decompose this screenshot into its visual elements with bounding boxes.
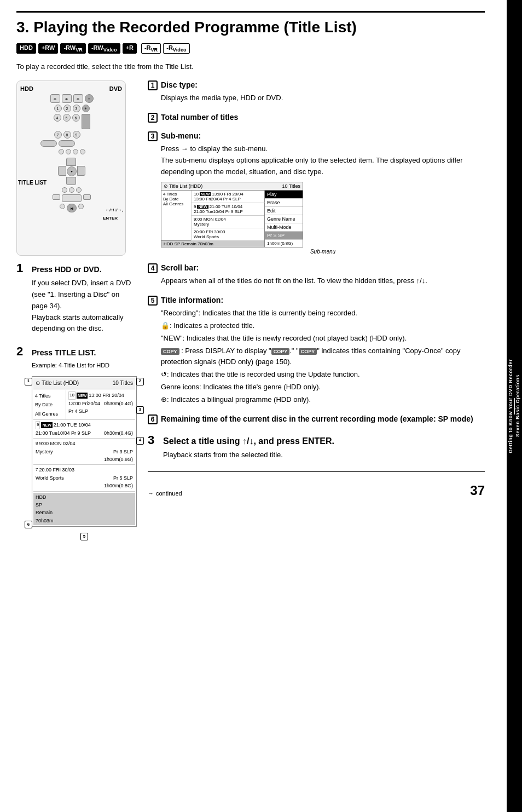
section-6: 6 Remaining time of the current disc in … bbox=[148, 414, 485, 424]
step-1-title: Press HDD or DVD. bbox=[32, 265, 102, 274]
tl-row-3: 8 9:00 MON 02/04 Mystery Pr 3 SLP 1h0 bbox=[33, 439, 135, 465]
section-4-number: 4 bbox=[148, 263, 158, 273]
title-list-table: ⊙ Title List (HDD) 10 Titles bbox=[32, 376, 137, 527]
step-3-number: 3 bbox=[148, 433, 159, 447]
step-2-title: Press TITLE LIST. bbox=[32, 348, 96, 357]
callout-2: 2 bbox=[136, 378, 144, 385]
tl-sidebar-item: By Date bbox=[35, 400, 64, 409]
tl-sidebar: 4 Titles By Date All Genres bbox=[33, 390, 66, 419]
step-1-body: If you select DVD, insert a DVD (see "1.… bbox=[32, 278, 137, 335]
remote-btn: ⊕ bbox=[50, 94, 60, 103]
remote-btn bbox=[73, 149, 78, 154]
section-6-title: Remaining time of the current disc in th… bbox=[161, 414, 473, 423]
remote-btn bbox=[83, 194, 91, 200]
section-4-body: Appears when all of the titles do not fi… bbox=[161, 275, 485, 287]
copy-badge-3: COPY bbox=[299, 348, 317, 355]
step-3-body: Playback starts from the selected title. bbox=[163, 450, 485, 461]
sm-sidebar-item: By Date bbox=[163, 197, 189, 201]
section-3-title: Sub-menu: bbox=[161, 131, 201, 140]
dpad-left[interactable] bbox=[58, 166, 66, 176]
sm-date: 21:00 TUE 10/04 bbox=[210, 204, 242, 209]
dpad[interactable]: ● bbox=[58, 158, 85, 185]
remote-btn bbox=[62, 187, 67, 193]
divider bbox=[148, 471, 485, 472]
remote-btn: 9 bbox=[73, 131, 80, 139]
entry-time: 1h00m(0.8G) bbox=[36, 482, 133, 489]
entry-details: 21:00 Tue10/04 Pr 9 SLP 0h30m(0.4G) bbox=[36, 429, 133, 437]
entry-date: 9:00 MON 02/04 bbox=[39, 440, 75, 447]
remote-btn bbox=[78, 204, 84, 209]
intro-text: To play a recorded title, select the tit… bbox=[16, 61, 485, 72]
tl-entry-4: 7 20:00 FRI 30/03 World Sports Pr 5 SLP bbox=[33, 465, 135, 491]
remote-btn bbox=[62, 194, 82, 202]
continued-text: continued bbox=[156, 490, 182, 497]
sm-footer: HDD SP Remain 70h03m bbox=[161, 241, 265, 247]
sm-sidebar-item: All Genres bbox=[163, 201, 189, 206]
entry-quality: Pr 3 SLP bbox=[113, 448, 133, 456]
remote-btn bbox=[53, 194, 60, 200]
section-6-number: 6 bbox=[148, 414, 158, 424]
entry-date2: 21:00 Tue10/04 Pr 9 SLP bbox=[36, 429, 91, 437]
sm-entry-2: 9 NEW 21:00 TUE 10/04 21:00 Tue10/04 Pr … bbox=[192, 203, 265, 216]
section-4-title: Scroll bar: bbox=[161, 263, 199, 272]
sm-date2: 13:00 Fri20/04 Pr 4 SLP bbox=[194, 197, 262, 201]
sm-menu-genrename: Genre Name bbox=[265, 215, 303, 223]
badge-rwvideo: -RWVideo bbox=[88, 43, 120, 54]
step-2-number: 2 bbox=[16, 344, 27, 359]
tl-entry-2: 9 NEW 21:00 TUE 10/04 21:00 Tue10/04 Pr … bbox=[33, 420, 135, 438]
dpad-right[interactable] bbox=[77, 166, 85, 176]
entry-num: 9 bbox=[36, 421, 40, 429]
callout-3: 3 bbox=[136, 406, 144, 414]
remote-btn: + bbox=[82, 105, 90, 112]
remote-btn: ⊕ bbox=[73, 94, 83, 103]
s5-bilingual: ⊕: Indicates a bilingual programme (HDD … bbox=[161, 394, 485, 406]
sm-entry-1: 10 NEW 13:00 FRI 20/04 13:00 Fri20/04 Pr… bbox=[192, 191, 265, 203]
submenu-table: ⊙ Title List (HDD) 10 Titles bbox=[161, 182, 303, 247]
remote-btn bbox=[82, 114, 90, 129]
remote-btn: 1 bbox=[54, 105, 62, 112]
sm-sidebar: 4 Titles By Date All Genres bbox=[161, 191, 192, 241]
remote-btn bbox=[40, 140, 57, 147]
remote-btn: ⏯ bbox=[67, 204, 77, 212]
format-badges: HDD +RW -RWVR -RWVideo +R -RVR -RVideo bbox=[16, 43, 485, 54]
remote-btn bbox=[60, 204, 65, 209]
entry-details: Mystery Pr 3 SLP bbox=[36, 448, 133, 456]
dpad-up[interactable] bbox=[66, 158, 76, 166]
sm-badge: NEW bbox=[197, 205, 208, 209]
entry-details: 13:00 Fri20/04 Pr 4 SLP 0h30m(0.4G) bbox=[68, 400, 133, 416]
step-2-subtitle: Example: 4-Title List for HDD bbox=[32, 361, 137, 371]
enter-label: ENTER bbox=[103, 216, 118, 221]
sm-sidebar-item: 4 Titles bbox=[163, 192, 189, 197]
s5-update: ↺: Indicates that the title is recorded … bbox=[161, 369, 485, 381]
callout-6: 6 bbox=[25, 521, 32, 528]
remote-btn: 6 bbox=[72, 114, 80, 122]
tl-icon: ⊙ bbox=[36, 379, 40, 388]
tl-footer: HDDSPRemain70h03m bbox=[33, 493, 135, 526]
section-5: 5 Title information: "Recording": Indica… bbox=[148, 296, 485, 405]
sm-icon: ⊙ bbox=[164, 183, 168, 189]
entry-genre: World Sports bbox=[36, 474, 64, 482]
step-1: 1 Press HDD or DVD. If you select DVD, i… bbox=[16, 261, 137, 335]
dpad-center[interactable]: ● bbox=[67, 166, 77, 176]
tl-row-2: 9 NEW 21:00 TUE 10/04 21:00 Tue10/04 Pr … bbox=[33, 420, 135, 439]
badge-rvr: -RVR bbox=[141, 43, 161, 54]
section-1-number: 1 bbox=[148, 80, 158, 90]
badge-hdd: HDD bbox=[16, 43, 36, 54]
submenu-diagram: ⊙ Title List (HDD) 10 Titles bbox=[161, 182, 485, 255]
sm-entry-3: 9:00 MON 02/04 Mystery bbox=[192, 216, 265, 228]
entry-time: 1h00m(0.8G) bbox=[36, 456, 133, 463]
step-3: 3 Select a title using ↑/↓, and press EN… bbox=[148, 433, 485, 461]
side-tab-text-1: Seven Basic Operations bbox=[515, 375, 521, 437]
dpad-down[interactable] bbox=[66, 177, 76, 185]
sm-date: 13:00 FRI 20/04 bbox=[212, 192, 243, 197]
remote-btn: 3 bbox=[73, 105, 80, 112]
entry-date: 13:00 FRI 20/04 bbox=[89, 391, 124, 399]
side-tab: Seven Basic Operations Getting to Know Y… bbox=[507, 0, 522, 812]
section-2-number: 2 bbox=[148, 113, 158, 123]
side-tab-text-2: Getting to Know Your DVD Recorder bbox=[508, 359, 514, 453]
tl-entry-3: 8 9:00 MON 02/04 Mystery Pr 3 SLP 1h0 bbox=[33, 439, 135, 464]
remote-btn bbox=[76, 187, 82, 193]
section-4: 4 Scroll bar: Appears when all of the ti… bbox=[148, 263, 485, 287]
remote-btn bbox=[82, 131, 90, 139]
footer-label: HDDSPRemain70h03m bbox=[36, 494, 54, 523]
